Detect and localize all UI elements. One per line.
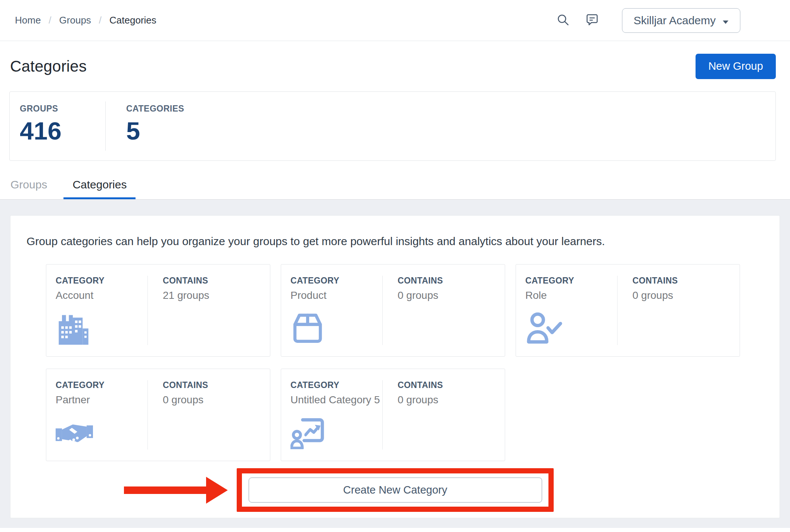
breadcrumb-separator: / bbox=[99, 15, 102, 26]
caret-down-icon bbox=[722, 14, 729, 27]
buildings-icon bbox=[56, 310, 147, 346]
category-cards-grid: CATEGORY Account bbox=[46, 264, 752, 461]
category-label: CATEGORY bbox=[290, 380, 382, 390]
skilljar-admin-app: Home / Groups / Categories bbox=[0, 0, 790, 532]
box-icon bbox=[290, 310, 382, 346]
breadcrumb-separator: / bbox=[49, 15, 51, 26]
annotation-highlight-box: Create New Category bbox=[237, 468, 554, 512]
category-name: Untitled Category 5 bbox=[290, 394, 382, 406]
category-card-partner[interactable]: CATEGORY Partner bbox=[46, 369, 270, 461]
stats-card: GROUPS 416 CATEGORIES 5 bbox=[9, 91, 776, 161]
contains-label: CONTAINS bbox=[163, 380, 208, 390]
tab-categories[interactable]: Categories bbox=[63, 178, 136, 199]
workspace-selector[interactable]: Skilljar Academy bbox=[622, 8, 740, 33]
red-arrow-icon bbox=[124, 476, 228, 504]
contains-cell: CONTAINS 0 groups bbox=[148, 380, 208, 450]
contains-cell: CONTAINS 0 groups bbox=[383, 276, 443, 345]
stat-categories-value: 5 bbox=[126, 118, 201, 143]
stat-categories: CATEGORIES 5 bbox=[106, 101, 201, 151]
create-category-row: Create New Category bbox=[237, 468, 554, 512]
category-card-product[interactable]: CATEGORY Product CONTAINS 0 groups bbox=[281, 264, 505, 357]
contains-count: 21 groups bbox=[163, 290, 209, 301]
category-cell: CATEGORY Product bbox=[281, 276, 383, 345]
chat-button[interactable] bbox=[585, 13, 599, 28]
contains-cell: CONTAINS 21 groups bbox=[148, 276, 209, 345]
user-check-icon bbox=[525, 310, 617, 345]
categories-description: Group categories can help you organize y… bbox=[27, 235, 780, 248]
workspace-selector-label: Skilljar Academy bbox=[634, 14, 716, 27]
breadcrumb-home[interactable]: Home bbox=[15, 15, 41, 26]
contains-count: 0 groups bbox=[398, 290, 443, 301]
chat-icon bbox=[585, 13, 599, 28]
contains-label: CONTAINS bbox=[398, 380, 443, 390]
contains-count: 0 groups bbox=[632, 290, 678, 301]
handshake-icon bbox=[56, 419, 147, 449]
category-name: Product bbox=[290, 290, 382, 301]
breadcrumb-current-categories: Categories bbox=[109, 15, 156, 26]
contains-count: 0 groups bbox=[163, 394, 208, 406]
content-background: Group categories can help you organize y… bbox=[0, 200, 790, 528]
category-card-untitled-5[interactable]: CATEGORY Untitled Category 5 bbox=[281, 369, 505, 461]
category-name: Role bbox=[525, 290, 617, 301]
category-name: Partner bbox=[56, 394, 147, 406]
stat-groups-value: 416 bbox=[20, 118, 105, 143]
page-title: Categories bbox=[10, 57, 87, 75]
create-new-category-button[interactable]: Create New Category bbox=[249, 478, 542, 503]
categories-panel: Group categories can help you organize y… bbox=[10, 215, 780, 518]
category-label: CATEGORY bbox=[290, 276, 382, 286]
search-icon bbox=[556, 13, 570, 28]
presentation-chart-icon bbox=[290, 415, 382, 451]
new-group-button[interactable]: New Group bbox=[696, 54, 776, 79]
category-label: CATEGORY bbox=[56, 380, 147, 390]
category-label: CATEGORY bbox=[525, 276, 617, 286]
category-cell: CATEGORY Partner bbox=[46, 380, 148, 450]
contains-label: CONTAINS bbox=[632, 276, 678, 286]
contains-label: CONTAINS bbox=[398, 276, 443, 286]
category-cell: CATEGORY Account bbox=[46, 276, 148, 345]
stat-groups: GROUPS 416 bbox=[10, 101, 105, 151]
category-card-role[interactable]: CATEGORY Role CONTAINS 0 groups bbox=[516, 264, 740, 357]
contains-cell: CONTAINS 0 groups bbox=[618, 276, 678, 345]
stat-groups-label: GROUPS bbox=[20, 104, 105, 114]
contains-count: 0 groups bbox=[398, 394, 443, 406]
search-button[interactable] bbox=[556, 13, 570, 28]
breadcrumb: Home / Groups / Categories bbox=[15, 15, 156, 26]
category-card-account[interactable]: CATEGORY Account bbox=[46, 264, 270, 357]
category-cell: CATEGORY Untitled Category 5 bbox=[281, 380, 383, 450]
breadcrumb-groups[interactable]: Groups bbox=[59, 15, 91, 26]
contains-label: CONTAINS bbox=[163, 276, 209, 286]
category-name: Account bbox=[56, 290, 147, 301]
page-header: Categories New Group bbox=[0, 41, 790, 91]
stat-categories-label: CATEGORIES bbox=[126, 104, 201, 114]
category-cell: CATEGORY Role bbox=[516, 276, 618, 345]
tab-bar: Groups Categories bbox=[0, 161, 790, 200]
category-label: CATEGORY bbox=[56, 276, 147, 286]
tab-groups[interactable]: Groups bbox=[1, 178, 56, 199]
top-bar: Home / Groups / Categories bbox=[0, 0, 790, 41]
contains-cell: CONTAINS 0 groups bbox=[383, 380, 443, 450]
